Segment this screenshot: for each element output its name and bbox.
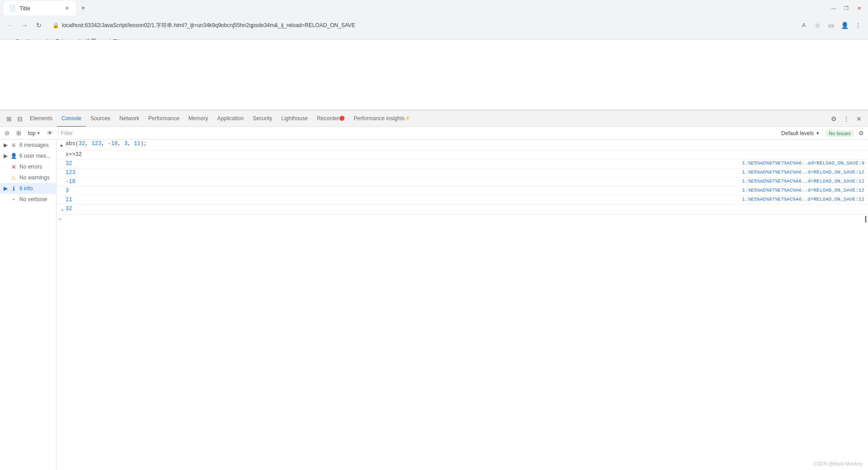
- menu-icon[interactable]: ⋮: [852, 19, 864, 32]
- return-content: 32: [66, 206, 868, 212]
- cursor: [865, 216, 866, 222]
- user-messages-label: 6 user mes...: [19, 153, 51, 159]
- sidebar-item-messages[interactable]: ▶ ≡ 6 messages: [0, 140, 56, 150]
- reload-button[interactable]: ↻: [33, 19, 45, 32]
- warnings-label: No warnings: [19, 174, 50, 181]
- console-settings-button[interactable]: ⚙: [856, 128, 866, 138]
- console-messages: ▶ abs(32, 123, -18, 3, 11); x=>32 32 1.%…: [57, 140, 868, 470]
- tab-title: Title: [19, 5, 60, 12]
- default-levels-button[interactable]: Default levels ▼: [778, 128, 823, 138]
- tab-favicon: 📄: [9, 5, 16, 11]
- security-icon: 🔒: [52, 22, 59, 28]
- messages-icon: ≡: [10, 142, 17, 148]
- tab-sources[interactable]: Sources: [86, 111, 115, 127]
- console-line-x-result: x=>32: [57, 150, 868, 160]
- info-expand-icon[interactable]: ▶: [4, 185, 8, 192]
- abs-expand-button[interactable]: ▶: [58, 142, 66, 149]
- verbose-icon: •: [10, 196, 17, 202]
- sidebar-item-errors[interactable]: ▶ ✕ No errors: [0, 161, 56, 172]
- sidebar-item-warnings[interactable]: ▶ ⚠ No warnings: [0, 172, 56, 183]
- browser-chrome: 📄 Title ✕ + — ❐ ✕ ← → ↻ 🔒 localhost:6334…: [0, 0, 868, 40]
- console-input[interactable]: [63, 216, 865, 222]
- val-neg18-source[interactable]: 1.%E5%AD%97%E7%AC%A6..d=RELOAD_ON_SAVE:1…: [742, 179, 868, 184]
- no-issues-label: No Issues: [829, 131, 851, 136]
- no-issues-badge[interactable]: No Issues: [825, 130, 854, 137]
- verbose-label: No verbose: [19, 196, 47, 202]
- default-levels-label: Default levels: [781, 130, 814, 136]
- sidebar-toggle-icon[interactable]: ▭: [825, 19, 837, 32]
- devtools-more-icon[interactable]: ⋮: [841, 113, 852, 124]
- devtools-tabbar: ⊞ ⊟ Elements Console Sources Network Per…: [0, 111, 868, 127]
- account-icon[interactable]: 👤: [838, 19, 851, 32]
- context-value: top: [28, 130, 36, 136]
- user-messages-expand-icon[interactable]: ▶: [4, 153, 8, 159]
- tab-application[interactable]: Application: [212, 111, 248, 127]
- return-expand-btn: ◂: [58, 206, 66, 213]
- console-line-val-3: 3 1.%E5%AD%97%E7%AC%A6..d=RELOAD_ON_SAVE…: [57, 187, 868, 196]
- devtools-toggle-icon[interactable]: ⊞: [4, 113, 14, 124]
- address-bar[interactable]: 🔒 localhost:63342/JavaScript/lesson02/1.…: [47, 19, 796, 32]
- tab-performance[interactable]: Performance: [144, 111, 184, 127]
- active-tab[interactable]: 📄 Title ✕: [4, 1, 76, 15]
- devtools-panel: ⊞ ⊟ Elements Console Sources Network Per…: [0, 110, 868, 470]
- val-3-source[interactable]: 1.%E5%AD%97%E7%AC%A6..d=RELOAD_ON_SAVE:1…: [742, 188, 868, 193]
- tab-console[interactable]: Console: [57, 111, 86, 127]
- context-dropdown-icon: ▼: [37, 131, 41, 136]
- url-text: localhost:63342/JavaScript/lesson02/1.字符…: [62, 22, 790, 29]
- abs-call-content: abs(32, 123, -18, 3, 11);: [66, 141, 868, 147]
- tab-close-button[interactable]: ✕: [63, 5, 71, 12]
- val-32-source[interactable]: 1.%E5%AD%97%E7%AC%A6..ad=RELOAD_ON_SAVE:…: [742, 160, 868, 166]
- context-selector[interactable]: top ▼: [25, 128, 43, 138]
- info-label: 6 info: [19, 185, 33, 192]
- window-restore-button[interactable]: ❐: [841, 3, 852, 14]
- info-icon: ℹ: [10, 185, 17, 192]
- title-bar: 📄 Title ✕ + — ❐ ✕: [0, 0, 868, 16]
- sidebar-item-info[interactable]: ▶ ℹ 6 info: [0, 183, 56, 194]
- console-line-val-32: 32 1.%E5%AD%97%E7%AC%A6..ad=RELOAD_ON_SA…: [57, 160, 868, 169]
- filter-input[interactable]: [61, 128, 776, 138]
- errors-label: No errors: [19, 164, 42, 170]
- devtools-close-icon[interactable]: ✕: [854, 113, 864, 124]
- new-tab-button[interactable]: +: [78, 3, 89, 14]
- page-content: [0, 40, 868, 110]
- window-controls: — ❐ ✕: [828, 3, 864, 14]
- clear-console-button[interactable]: ⊘: [2, 128, 12, 138]
- tab-network[interactable]: Network: [115, 111, 144, 127]
- tab-memory[interactable]: Memory: [184, 111, 212, 127]
- forward-button[interactable]: →: [18, 19, 31, 32]
- devtools-settings-icon[interactable]: ⚙: [828, 113, 839, 124]
- window-close-button[interactable]: ✕: [854, 3, 864, 14]
- tab-performance-insights[interactable]: Performance insights ⚡: [349, 111, 415, 127]
- messages-expand-icon[interactable]: ▶: [4, 142, 8, 148]
- val-3-content: 3: [66, 188, 742, 194]
- val-123-source[interactable]: 1.%E5%AD%97%E7%AC%A6..d=RELOAD_ON_SAVE:1…: [742, 169, 868, 175]
- console-line-return: ◂ 32: [57, 205, 868, 215]
- toggle-filter-button[interactable]: ⊞: [14, 128, 24, 138]
- val-123-content: 123: [66, 169, 742, 176]
- tab-elements[interactable]: Elements: [25, 111, 57, 127]
- console-line-val-neg18: -18 1.%E5%AD%97%E7%AC%A6..d=RELOAD_ON_SA…: [57, 178, 868, 187]
- default-levels-dropdown-icon: ▼: [816, 131, 820, 136]
- eye-filter-button[interactable]: 👁: [45, 128, 55, 138]
- devtools-dock-icon[interactable]: ⊟: [14, 113, 25, 124]
- console-sidebar: ▶ ≡ 6 messages ▶ 👤 6 user mes... ▶ ✕ No …: [0, 140, 57, 470]
- console-input-line: >: [57, 215, 868, 224]
- sidebar-item-user-messages[interactable]: ▶ 👤 6 user mes...: [0, 150, 56, 161]
- star-icon[interactable]: ☆: [811, 19, 824, 32]
- divider: [58, 130, 58, 137]
- main-area: ⊞ ⊟ Elements Console Sources Network Per…: [0, 40, 868, 470]
- window-minimize-button[interactable]: —: [828, 3, 839, 14]
- tab-lighthouse[interactable]: Lighthouse: [277, 111, 312, 127]
- translate-icon[interactable]: A: [797, 19, 810, 32]
- nav-actions: A ☆ ▭ 👤 ⋮: [797, 19, 864, 32]
- val-neg18-content: -18: [66, 179, 742, 185]
- messages-label: 6 messages: [19, 142, 49, 148]
- console-prompt: >: [58, 216, 61, 222]
- nav-bar: ← → ↻ 🔒 localhost:63342/JavaScript/lesso…: [0, 16, 868, 34]
- val-11-source[interactable]: 1.%E5%AD%97%E7%AC%A6..d=RELOAD_ON_SAVE:1…: [742, 197, 868, 202]
- console-line-val-123: 123 1.%E5%AD%97%E7%AC%A6..d=RELOAD_ON_SA…: [57, 169, 868, 178]
- tab-security[interactable]: Security: [248, 111, 277, 127]
- tab-recorder[interactable]: Recorder 🔴: [312, 111, 349, 127]
- sidebar-item-verbose[interactable]: ▶ • No verbose: [0, 194, 56, 205]
- back-button[interactable]: ←: [4, 19, 16, 32]
